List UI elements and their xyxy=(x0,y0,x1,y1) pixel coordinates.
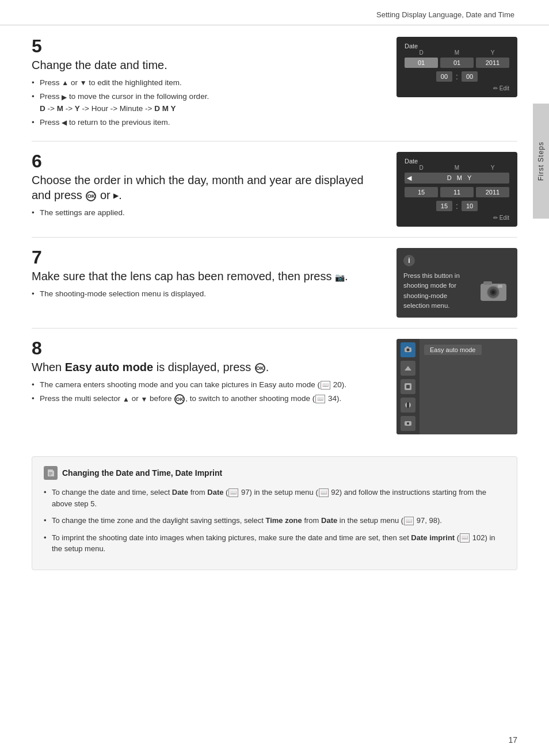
mode-icon-auto xyxy=(401,342,415,357)
header-title: Setting Display Language, Date and Time xyxy=(376,10,514,19)
date-screen-2: Date D M Y ◀ D M Y 15 11 2011 xyxy=(396,152,517,227)
svg-rect-1 xyxy=(483,281,492,285)
selected-order-row: ◀ D M Y xyxy=(405,173,509,184)
mode-icon-3 xyxy=(401,379,415,394)
step-7-screen: i Press this button in shooting mode for… xyxy=(396,248,517,318)
step-7-bullets: The shooting-mode selection menu is disp… xyxy=(32,288,385,300)
mode-label-area: Easy auto mode xyxy=(420,339,517,434)
step-8-bullet-1: The camera enters shooting mode and you … xyxy=(32,379,385,391)
mode-icons xyxy=(396,339,420,434)
camera-svg xyxy=(478,277,509,306)
mode-icon-4 xyxy=(401,398,415,413)
note-item-1: To change the date and time, select Date… xyxy=(44,487,505,509)
step-8-title: When Easy auto mode is displayed, press … xyxy=(32,360,385,375)
date-screen-1: Date D M Y 01 01 2011 00 : 00 xyxy=(396,37,517,97)
svg-rect-10 xyxy=(406,385,410,388)
page-number: 17 xyxy=(508,735,517,744)
step-5: 5 Change the date and time. Press ▲ or ▼… xyxy=(32,37,517,142)
svg-point-8 xyxy=(407,349,410,352)
svg-rect-16 xyxy=(49,474,52,474)
step-5-number: 5 xyxy=(32,37,385,55)
note-item-3: To imprint the shooting date into images… xyxy=(44,532,505,555)
step-5-bullet-2: Press ▶ to move the cursor in the follow… xyxy=(32,91,385,114)
svg-rect-15 xyxy=(49,472,52,473)
info-text: Press this button in shooting mode for s… xyxy=(403,271,471,311)
step-7-title: Make sure that the lens cap has been rem… xyxy=(32,269,385,284)
info-content: Press this button in shooting mode for s… xyxy=(403,271,510,311)
camera-illustration xyxy=(476,271,510,311)
note-title: Changing the Date and Time, Date Imprint xyxy=(44,466,505,480)
step-6-title: Choose the order in which the day, month… xyxy=(32,173,385,203)
step-8-bullets: The camera enters shooting mode and you … xyxy=(32,379,385,405)
step-5-bullet-3: Press ◀ to return to the previous item. xyxy=(32,117,385,128)
step-7: 7 Make sure that the lens cap has been r… xyxy=(32,248,517,329)
step-7-left: 7 Make sure that the lens cap has been r… xyxy=(32,248,385,318)
mode-icon-2 xyxy=(401,361,415,376)
page: Setting Display Language, Date and Time … xyxy=(0,0,549,756)
step-6-left: 6 Choose the order in which the day, mon… xyxy=(32,152,385,227)
svg-rect-17 xyxy=(49,475,51,475)
svg-point-4 xyxy=(491,291,495,294)
step-5-title: Change the date and time. xyxy=(32,58,385,72)
sidebar-label: First Steps xyxy=(537,142,545,181)
mode-icon-5 xyxy=(401,416,415,431)
step-6: 6 Choose the order in which the day, mon… xyxy=(32,152,517,238)
ok-icon-8b: OK xyxy=(174,394,185,404)
step-7-bullet-1: The shooting-mode selection menu is disp… xyxy=(32,288,385,300)
step-5-screen: Date D M Y 01 01 2011 00 : 00 xyxy=(396,37,517,131)
ok-icon-8: OK xyxy=(255,363,265,373)
step-6-bullets: The settings are applied. xyxy=(32,207,385,219)
step-6-screen: Date D M Y ◀ D M Y 15 11 2011 xyxy=(396,152,517,227)
note-section: Changing the Date and Time, Date Imprint… xyxy=(32,456,517,570)
step-7-number: 7 xyxy=(32,248,385,266)
step-5-bullets: Press ▲ or ▼ to edit the highlighted ite… xyxy=(32,77,385,128)
svg-rect-5 xyxy=(498,285,502,288)
note-title-text: Changing the Date and Time, Date Imprint xyxy=(62,468,222,478)
step-6-bullet-1: The settings are applied. xyxy=(32,207,385,219)
note-icon xyxy=(44,466,58,480)
mode-label: Easy auto mode xyxy=(424,345,482,355)
page-header: Setting Display Language, Date and Time xyxy=(0,0,549,25)
main-content: 5 Change the date and time. Press ▲ or ▼… xyxy=(0,25,549,582)
step-8-number: 8 xyxy=(32,339,385,357)
step-5-left: 5 Change the date and time. Press ▲ or ▼… xyxy=(32,37,385,131)
step-6-number: 6 xyxy=(32,152,385,170)
ok-icon-6: OK xyxy=(86,191,96,201)
svg-point-14 xyxy=(407,422,409,425)
easy-auto-screen: Easy auto mode xyxy=(396,339,517,434)
step-5-bullet-1: Press ▲ or ▼ to edit the highlighted ite… xyxy=(32,77,385,89)
camera-button-icon: 📷 xyxy=(335,272,345,282)
info-icon: i xyxy=(403,255,415,266)
note-list: To change the date and time, select Date… xyxy=(44,487,505,555)
info-screen: i Press this button in shooting mode for… xyxy=(396,248,517,318)
svg-rect-7 xyxy=(406,346,409,348)
step-8-left: 8 When Easy auto mode is displayed, pres… xyxy=(32,339,385,434)
step-8-screen: Easy auto mode xyxy=(396,339,517,434)
step-8: 8 When Easy auto mode is displayed, pres… xyxy=(32,339,517,445)
svg-rect-12 xyxy=(407,402,409,408)
sidebar-tab: First Steps xyxy=(533,104,549,219)
step-8-bullet-2: Press the multi selector ▲ or ▼ before O… xyxy=(32,393,385,404)
note-item-2: To change the time zone and the daylight… xyxy=(44,515,505,526)
